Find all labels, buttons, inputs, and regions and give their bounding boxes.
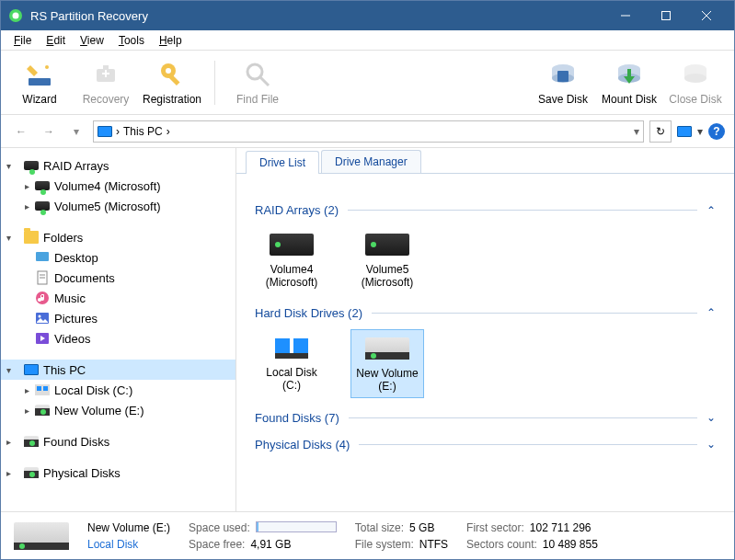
chevron-down-icon[interactable]: ▾ xyxy=(634,125,639,138)
section-physical[interactable]: Physical Disks (4) ⌄ xyxy=(255,438,716,451)
tree-folders[interactable]: ▾ Folders xyxy=(1,227,235,247)
chevron-up-icon[interactable]: ⌃ xyxy=(706,306,716,319)
desktop-icon xyxy=(34,249,51,266)
drive-item[interactable]: Volume5 (Microsoft) xyxy=(350,226,424,293)
value-file-system: NTFS xyxy=(419,538,448,551)
tree-item[interactable]: ▸ Volume5 (Microsoft) xyxy=(1,196,235,216)
view-dropdown[interactable]: ▾ xyxy=(697,125,703,138)
svg-rect-20 xyxy=(557,71,568,82)
svg-rect-6 xyxy=(29,78,51,86)
drive-item-local-c[interactable]: Local Disk (C:) xyxy=(255,329,328,398)
back-button[interactable]: ← xyxy=(10,120,32,143)
menu-bar: File Edit View Tools Help xyxy=(1,30,734,51)
content-panel: Drive List Drive Manager RAID Arrays (2)… xyxy=(236,148,734,511)
svg-rect-38 xyxy=(275,338,290,353)
recovery-icon xyxy=(91,60,121,89)
expand-icon[interactable]: ▸ xyxy=(19,201,34,211)
refresh-button[interactable]: ↻ xyxy=(649,120,672,143)
view-mode-icon[interactable] xyxy=(677,126,692,137)
chevron-down-icon[interactable]: ⌄ xyxy=(706,438,716,451)
status-drive-icon xyxy=(14,522,69,550)
label-space-free: Space free: xyxy=(189,538,245,551)
registration-button[interactable]: Registration xyxy=(143,60,201,106)
value-space-free: 4,91 GB xyxy=(250,538,291,551)
collapse-icon[interactable]: ▾ xyxy=(1,365,16,375)
drive-icon xyxy=(34,198,51,214)
forward-button[interactable]: → xyxy=(38,120,60,143)
mount-disk-icon xyxy=(614,60,644,89)
save-disk-button[interactable]: Save Disk xyxy=(534,60,592,106)
expand-icon[interactable]: ▸ xyxy=(1,437,16,447)
tree-item-music[interactable]: Music xyxy=(1,288,235,308)
menu-edit[interactable]: Edit xyxy=(39,32,73,49)
section-raid[interactable]: RAID Arrays (2) ⌃ xyxy=(255,203,716,217)
close-button[interactable] xyxy=(686,1,727,30)
label-file-system: File system: xyxy=(355,538,414,551)
drive-list-view: RAID Arrays (2) ⌃ Volume4 (Microsoft) Vo… xyxy=(236,174,734,511)
recovery-button: Recovery xyxy=(76,60,135,106)
drive-item-new-volume-e[interactable]: New Volume (E:) xyxy=(350,329,424,398)
tree-raid-arrays[interactable]: ▾ RAID Arrays xyxy=(1,155,235,176)
tree-item-desktop[interactable]: Desktop xyxy=(1,247,235,268)
value-total-size: 5 GB xyxy=(409,521,434,534)
monitor-icon xyxy=(23,361,40,378)
svg-point-1 xyxy=(13,13,19,19)
menu-file[interactable]: File xyxy=(6,32,39,49)
close-disk-icon xyxy=(681,60,710,89)
collapse-icon[interactable]: ▾ xyxy=(1,233,16,243)
menu-tools[interactable]: Tools xyxy=(111,32,152,49)
close-disk-button: Close Disk xyxy=(666,60,725,106)
value-first-sector: 102 711 296 xyxy=(530,521,591,534)
expand-icon[interactable]: ▸ xyxy=(19,385,34,395)
tree-panel: ▾ RAID Arrays ▸ Volume4 (Microsoft) ▸ Vo… xyxy=(1,148,236,511)
drive-item[interactable]: Volume4 (Microsoft) xyxy=(255,226,328,293)
tree-physical-disks[interactable]: ▸ Physical Disks xyxy=(1,463,235,483)
save-disk-icon xyxy=(548,60,578,89)
find-file-label: Find File xyxy=(236,93,279,106)
wizard-button[interactable]: Wizard xyxy=(10,60,69,106)
window-title: RS Partition Recovery xyxy=(30,9,605,23)
menu-help[interactable]: Help xyxy=(152,32,189,49)
dropdown-history[interactable]: ▾ xyxy=(65,120,87,143)
chevron-down-icon[interactable]: ⌄ xyxy=(706,411,716,424)
tree-item-videos[interactable]: Videos xyxy=(1,328,235,349)
svg-point-13 xyxy=(166,68,171,74)
tree-item-pictures[interactable]: Pictures xyxy=(1,308,235,328)
svg-rect-40 xyxy=(275,353,308,359)
section-found[interactable]: Found Disks (7) ⌄ xyxy=(255,411,716,425)
tree-found-disks[interactable]: ▸ Found Disks xyxy=(1,431,235,451)
section-hdd[interactable]: Hard Disk Drives (2) ⌃ xyxy=(255,306,716,320)
tab-drive-list[interactable]: Drive List xyxy=(246,151,319,174)
expand-icon[interactable]: ▸ xyxy=(19,181,34,191)
documents-icon xyxy=(34,269,51,286)
minimize-button[interactable] xyxy=(605,1,646,30)
svg-rect-39 xyxy=(293,338,308,353)
svg-rect-9 xyxy=(103,65,109,69)
mount-disk-button[interactable]: Mount Disk xyxy=(600,60,659,106)
tree-this-pc[interactable]: ▾ This PC xyxy=(1,360,235,380)
breadcrumb-location[interactable]: This PC xyxy=(123,125,163,138)
tree-item[interactable]: ▸ Local Disk (C:) xyxy=(1,380,235,400)
pictures-icon xyxy=(34,310,51,326)
menu-view[interactable]: View xyxy=(73,32,111,49)
drive-icon xyxy=(34,382,51,398)
mount-disk-label: Mount Disk xyxy=(602,93,657,106)
help-button[interactable]: ? xyxy=(708,123,725,140)
tree-item[interactable]: ▸ New Volume (E:) xyxy=(1,400,235,420)
tree-item-documents[interactable]: Documents xyxy=(1,268,235,288)
maximize-button[interactable] xyxy=(646,1,686,30)
drive-icon xyxy=(34,177,51,194)
label-sectors-count: Sectors count: xyxy=(466,538,537,551)
expand-icon[interactable]: ▸ xyxy=(19,406,34,416)
expand-icon[interactable]: ▸ xyxy=(1,468,16,478)
navigation-bar: ← → ▾ › This PC › ▾ ↻ ▾ ? xyxy=(1,115,734,148)
registration-icon xyxy=(157,60,187,89)
svg-rect-11 xyxy=(105,70,107,77)
wizard-label: Wizard xyxy=(22,93,56,106)
tree-item[interactable]: ▸ Volume4 (Microsoft) xyxy=(1,176,235,196)
chevron-up-icon[interactable]: ⌃ xyxy=(706,204,716,217)
breadcrumb[interactable]: › This PC › ▾ xyxy=(93,120,644,143)
collapse-icon[interactable]: ▾ xyxy=(1,161,16,171)
tab-drive-manager[interactable]: Drive Manager xyxy=(321,150,421,173)
breadcrumb-sep: › xyxy=(167,125,170,138)
